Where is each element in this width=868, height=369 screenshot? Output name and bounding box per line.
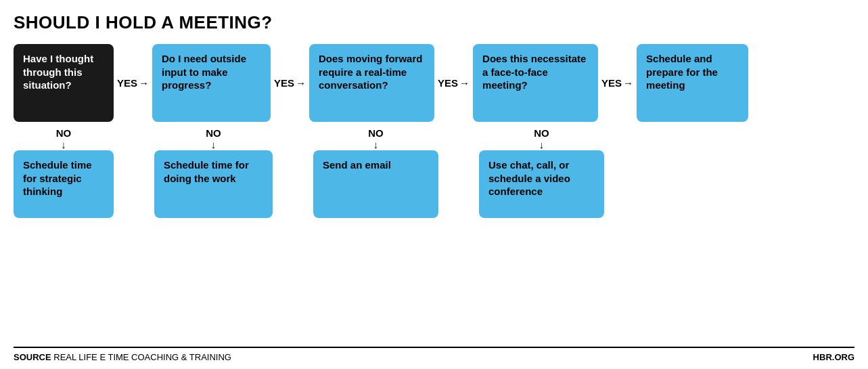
no-label-3: NO xyxy=(368,127,384,139)
no-branch-4: NO ↓ xyxy=(534,127,549,150)
col-a1: NO ↓ Schedule time for strategic thinkin… xyxy=(14,126,114,218)
col-q1: Have I thought through this situation? xyxy=(14,44,114,122)
flowchart: Have I thought through this situation? Y… xyxy=(14,44,854,341)
yes-label-3: YES xyxy=(438,77,458,89)
page-title: SHOULD I HOLD A MEETING? xyxy=(14,12,854,33)
col-q4: Does this necessitate a face-to-face mee… xyxy=(473,44,598,122)
arrow-down-3: ↓ xyxy=(373,139,379,150)
box-a1: Schedule time for strategic thinking xyxy=(14,150,114,218)
col-a2: NO ↓ Schedule time for doing the work xyxy=(154,126,273,218)
no-branch-1: NO ↓ xyxy=(56,127,72,150)
connector-yes-3: YES → xyxy=(434,77,473,89)
box-a4: Use chat, call, or schedule a video conf… xyxy=(479,150,604,218)
arrow-right-1: → xyxy=(139,77,149,89)
no-branch-3: NO ↓ xyxy=(368,127,384,150)
box-q1: Have I thought through this situation? xyxy=(14,44,114,122)
footer: SOURCE REAL LIFE E TIME COACHING & TRAIN… xyxy=(14,347,854,362)
arrow-down-2: ↓ xyxy=(211,139,216,150)
box-q2: Do I need outside input to make progress… xyxy=(152,44,271,122)
source-text: REAL LIFE E TIME COACHING & TRAINING xyxy=(53,352,231,362)
col-a4: NO ↓ Use chat, call, or schedule a video… xyxy=(479,126,604,218)
top-row: Have I thought through this situation? Y… xyxy=(14,44,854,122)
no-branch-2: NO ↓ xyxy=(206,127,221,150)
col-q2: Do I need outside input to make progress… xyxy=(152,44,271,122)
hbr-logo: HBR.ORG xyxy=(813,352,854,362)
col-q5: Schedule and prepare for the meeting xyxy=(637,44,748,122)
arrow-right-4: → xyxy=(623,77,633,89)
box-a3: Send an email xyxy=(313,150,438,218)
footer-source: SOURCE REAL LIFE E TIME COACHING & TRAIN… xyxy=(14,352,231,362)
yes-label-1: YES xyxy=(117,77,137,89)
bottom-row: NO ↓ Schedule time for strategic thinkin… xyxy=(14,126,854,218)
box-q3: Does moving forward require a real-time … xyxy=(309,44,434,122)
yes-label-2: YES xyxy=(274,77,294,89)
box-a2: Schedule time for doing the work xyxy=(154,150,273,218)
page-container: SHOULD I HOLD A MEETING? Have I thought … xyxy=(0,0,868,369)
source-label: SOURCE xyxy=(14,352,51,362)
arrow-down-4: ↓ xyxy=(539,139,545,150)
no-label-2: NO xyxy=(206,127,221,139)
arrow-right-2: → xyxy=(296,77,306,89)
arrow-right-3: → xyxy=(459,77,470,89)
connector-yes-1: YES → xyxy=(114,77,152,89)
box-q4: Does this necessitate a face-to-face mee… xyxy=(473,44,598,122)
no-label-1: NO xyxy=(56,127,72,139)
col-q3: Does moving forward require a real-time … xyxy=(309,44,434,122)
box-q5: Schedule and prepare for the meeting xyxy=(637,44,748,122)
no-label-4: NO xyxy=(534,127,549,139)
arrow-down-1: ↓ xyxy=(61,139,66,150)
connector-yes-4: YES → xyxy=(598,77,637,89)
col-a3: NO ↓ Send an email xyxy=(313,126,438,218)
yes-label-4: YES xyxy=(601,77,622,89)
connector-yes-2: YES → xyxy=(271,77,309,89)
